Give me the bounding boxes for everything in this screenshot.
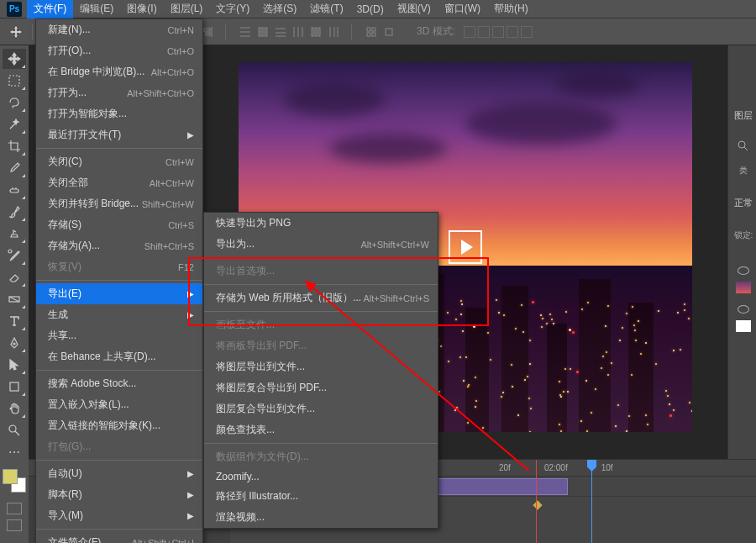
brush-tool[interactable] (3, 202, 26, 222)
menu-item[interactable]: 打开(O)...Ctrl+O (36, 40, 202, 61)
3d-scale-icon[interactable] (521, 26, 533, 38)
marquee-tool[interactable] (3, 71, 26, 91)
3d-slide-icon[interactable] (507, 26, 518, 38)
distribute-left-icon[interactable] (291, 24, 306, 40)
time-mark: 02:00f (544, 463, 568, 472)
quick-mask-icon[interactable] (7, 503, 22, 514)
menu-item[interactable]: 文件简介(F)...Alt+Shift+Ctrl+I (36, 532, 202, 543)
menu-item[interactable]: 置入嵌入对象(L)... (36, 394, 202, 415)
menu-item[interactable]: 关闭全部Alt+Ctrl+W (36, 172, 202, 193)
shape-tool[interactable] (3, 377, 26, 397)
submenu-item[interactable]: 颜色查找表... (204, 419, 438, 440)
menu-item[interactable]: 置入链接的智能对象(K)... (36, 415, 202, 436)
foreground-color-swatch[interactable] (3, 469, 18, 484)
layer-visibility-icon[interactable] (738, 305, 749, 314)
hand-tool[interactable] (3, 398, 26, 419)
magic-wand-tool[interactable] (3, 114, 26, 134)
3d-pan-icon[interactable] (492, 26, 504, 38)
menu-item[interactable]: 存储为(A)...Shift+Ctrl+S (36, 235, 202, 256)
submenu-item[interactable]: 将图层复合导出到 PDF... (204, 377, 438, 398)
pen-tool[interactable] (3, 333, 26, 353)
lasso-tool[interactable] (3, 92, 26, 113)
type-tool[interactable] (3, 311, 26, 331)
menu-item-label: 共享... (48, 329, 76, 343)
menu-item[interactable]: 导入(M)▶ (36, 505, 202, 526)
blend-mode-label: 正常 (734, 197, 753, 209)
clone-stamp-tool[interactable] (3, 224, 26, 244)
distribute-right-icon[interactable] (326, 24, 341, 40)
menu-help[interactable]: 帮助(H) (487, 0, 535, 18)
eyedropper-tool[interactable] (3, 158, 26, 178)
gradient-tool[interactable] (3, 289, 26, 309)
svg-rect-42 (10, 189, 18, 192)
submenu-item[interactable]: 图层复合导出到文件... (204, 398, 438, 419)
layer-thumbnail[interactable] (736, 320, 751, 332)
layers-panel-tab[interactable]: 图层 (734, 109, 753, 122)
path-selection-tool[interactable] (3, 355, 26, 375)
menu-item[interactable]: 关闭并转到 Bridge...Shift+Ctrl+W (36, 193, 202, 214)
distribute-vcenter-icon[interactable] (255, 24, 270, 40)
menu-item[interactable]: 生成▶ (36, 304, 202, 325)
submenu-item[interactable]: 路径到 Illustrator... (204, 486, 438, 507)
menu-separator (36, 460, 202, 461)
svg-rect-23 (259, 34, 267, 36)
menu-item[interactable]: 新建(N)...Ctrl+N (36, 19, 202, 40)
menu-edit[interactable]: 编辑(E) (73, 0, 120, 18)
menu-item[interactable]: 打开为...Alt+Shift+Ctrl+O (36, 82, 202, 103)
menu-item[interactable]: 脚本(R)▶ (36, 484, 202, 505)
distribute-bottom-icon[interactable] (273, 24, 288, 40)
move-tool[interactable] (3, 49, 26, 69)
menu-item[interactable]: 关闭(C)Ctrl+W (36, 151, 202, 172)
menu-item-label: 图层复合导出到文件... (216, 402, 315, 416)
menu-item[interactable]: 导出(E)▶ (36, 283, 202, 304)
3d-orbit-icon[interactable] (464, 26, 475, 38)
layer-thumbnail[interactable] (736, 282, 751, 293)
timeline-playhead[interactable] (591, 460, 592, 543)
menu-item[interactable]: 打开为智能对象... (36, 103, 202, 124)
screen-mode-icon[interactable] (7, 519, 22, 531)
menu-item[interactable]: 自动(U)▶ (36, 463, 202, 484)
submenu-item[interactable]: Zoomify... (204, 467, 438, 486)
menu-item-label: 文件简介(F)... (48, 535, 109, 543)
menu-image[interactable]: 图像(I) (120, 0, 163, 18)
menu-file[interactable]: 文件(F) (27, 0, 73, 18)
menu-item-label: 恢复(V) (48, 260, 81, 274)
zoom-tool[interactable] (3, 420, 26, 440)
layer-visibility-icon[interactable] (738, 266, 749, 275)
menu-filter[interactable]: 滤镜(T) (303, 0, 349, 18)
history-brush-tool[interactable] (3, 245, 26, 266)
menu-select[interactable]: 选择(S) (256, 0, 303, 18)
distribute-top-icon[interactable] (238, 24, 253, 40)
submenu-item[interactable]: 快速导出为 PNG (204, 213, 438, 234)
menu-item[interactable]: 存储(S)Ctrl+S (36, 214, 202, 235)
menu-item-label: 打包(G)... (48, 440, 91, 454)
menu-item[interactable]: 在 Behance 上共享(D)... (36, 346, 202, 367)
submenu-item[interactable]: 导出为...Alt+Shift+Ctrl+W (204, 234, 438, 255)
color-picker[interactable] (3, 469, 26, 493)
distribute-hcenter-icon[interactable] (308, 24, 323, 40)
menu-view[interactable]: 视图(V) (391, 0, 438, 18)
menu-item[interactable]: 共享... (36, 325, 202, 346)
submenu-item[interactable]: 存储为 Web 所用格式（旧版）...Alt+Shift+Ctrl+S (204, 287, 438, 308)
crop-tool[interactable] (3, 136, 26, 156)
menu-shortcut: Alt+Ctrl+W (150, 178, 194, 188)
menu-item[interactable]: 在 Bridge 中浏览(B)...Alt+Ctrl+O (36, 61, 202, 82)
healing-brush-tool[interactable] (3, 180, 26, 200)
auto-align-icon[interactable] (364, 24, 379, 40)
search-icon[interactable] (738, 140, 749, 155)
menu-item[interactable]: 最近打开文件(T)▶ (36, 124, 202, 145)
menu-3d[interactable]: 3D(D) (350, 1, 391, 18)
submenu-item[interactable]: 渲染视频... (204, 507, 438, 528)
edit-toolbar[interactable]: ⋯ (3, 442, 26, 462)
submenu-item[interactable]: 将图层导出到文件... (204, 356, 438, 377)
3d-roll-icon[interactable] (478, 26, 490, 38)
svg-rect-39 (372, 33, 375, 36)
auto-blend-icon[interactable] (381, 24, 396, 40)
menu-window[interactable]: 窗口(W) (438, 0, 487, 18)
eraser-tool[interactable] (3, 267, 26, 287)
svg-point-48 (738, 141, 745, 148)
keyframe-icon[interactable] (533, 500, 542, 509)
menu-type[interactable]: 文字(Y) (209, 0, 256, 18)
menu-item[interactable]: 搜索 Adobe Stock... (36, 373, 202, 394)
menu-layer[interactable]: 图层(L) (164, 0, 210, 18)
